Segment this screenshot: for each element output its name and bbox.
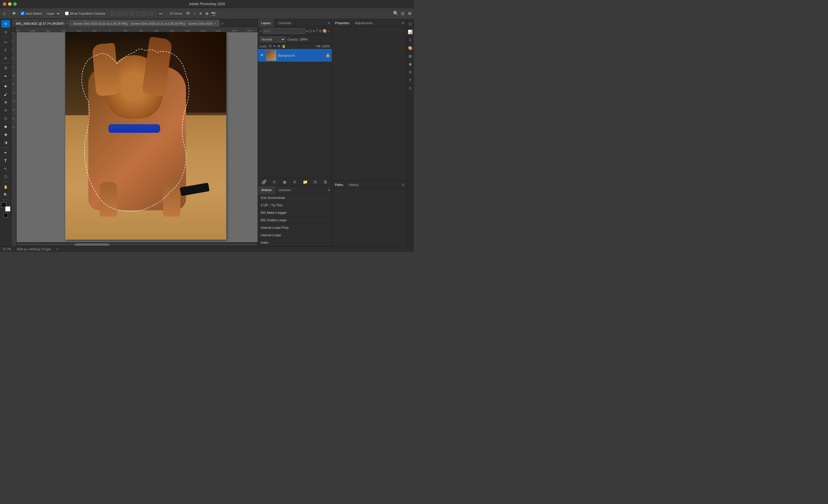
status-arrow[interactable]: > <box>57 248 58 251</box>
path-select-tool[interactable]: ↖ <box>1 165 10 172</box>
crop-tool[interactable]: ⊡ <box>1 64 10 72</box>
color-swatches[interactable] <box>1 202 10 212</box>
rect-select-tool[interactable]: ▭ <box>1 38 10 46</box>
filter-icon-2[interactable]: ✒ <box>313 29 316 34</box>
text-tool[interactable]: T <box>1 157 10 164</box>
quick-mask-icon[interactable] <box>4 213 8 217</box>
paths-menu-icon[interactable]: ≡ <box>400 181 406 188</box>
tab-img-3400[interactable]: IMG_3400.HEIC @ 37.7% (RGB/8*) ✕ <box>13 20 70 27</box>
blend-mode-select[interactable]: Normal <box>260 37 286 42</box>
filter-icon-5[interactable]: 🎨 <box>323 29 327 34</box>
arrange-icon[interactable]: ⊡ <box>400 11 405 16</box>
scroll-thumb[interactable] <box>75 243 109 246</box>
clone-tool[interactable]: ⊕ <box>1 99 10 106</box>
layer-new-button[interactable]: ⊞ <box>312 179 319 185</box>
filter-toggle-icon[interactable]: ● <box>306 29 308 34</box>
shape-tool[interactable]: ⬡ <box>1 173 10 180</box>
right-icon-patterns[interactable]: ⊞ <box>407 69 413 75</box>
search-icon[interactable]: 🔍 <box>393 11 399 16</box>
history-brush-tool[interactable]: ↺ <box>1 106 10 114</box>
right-icon-histogram[interactable]: 📊 <box>407 29 413 35</box>
3d-icon-2[interactable]: ○ <box>192 11 197 16</box>
auto-select-checkbox[interactable] <box>21 11 25 15</box>
layer-group-button[interactable]: 📁 <box>302 179 308 185</box>
action-item-2[interactable]: 001 Make it bigger <box>258 209 332 216</box>
filter-icon-1[interactable]: ⊡ <box>309 29 312 34</box>
move-tool-icon[interactable]: ✛ <box>11 11 16 16</box>
action-item-6[interactable]: Index <box>258 239 332 246</box>
eraser-tool[interactable]: ◻ <box>1 114 10 122</box>
layers-search-input[interactable] <box>263 28 305 34</box>
artboard-tool[interactable]: ⊡ <box>1 28 10 36</box>
actions-tab[interactable]: Actions <box>258 186 275 194</box>
gradient-tool[interactable]: ◼ <box>1 123 10 130</box>
canvas-image[interactable]: .selection-path { fill: none; stroke: wh… <box>65 32 226 240</box>
filter-icon-3[interactable]: T <box>316 29 319 34</box>
blur-tool[interactable]: ◉ <box>1 131 10 138</box>
right-icon-color[interactable]: 🎨 <box>407 45 413 51</box>
align-right-icon[interactable]: ⬛ <box>122 11 128 16</box>
tab-screenshot-1[interactable]: Screen Shot 2020-10-21 at 2.30.24 PM.jpg… <box>70 20 128 27</box>
align-middle-icon[interactable]: ⬛ <box>135 11 140 16</box>
align-center-h-icon[interactable]: ⬛ <box>116 11 121 16</box>
layer-select[interactable]: Layer <box>44 10 61 17</box>
tab-close-4[interactable]: ✕ <box>214 22 216 25</box>
action-item-5[interactable]: Internal Loupe <box>258 231 332 239</box>
lock-artboard-icon[interactable]: ⊕ <box>278 44 280 48</box>
action-item-3[interactable]: 002 Outline Loupe <box>258 216 332 224</box>
more-options-button[interactable]: ••• <box>157 10 164 17</box>
close-button[interactable] <box>3 2 6 6</box>
align-extra-icon[interactable]: ⬛ <box>148 11 153 16</box>
action-item-0[interactable]: 2Up Screenshots <box>258 194 332 201</box>
history-tab[interactable]: History <box>346 181 361 189</box>
layer-fx-button[interactable]: fx <box>271 179 278 185</box>
tab-close-1[interactable]: ✕ <box>66 22 69 25</box>
lock-pixels-icon[interactable]: ⊡ <box>269 44 272 48</box>
right-icon-3d[interactable]: ⊡ <box>407 85 413 91</box>
home-icon[interactable]: ⌂ <box>2 11 7 16</box>
align-left-icon[interactable]: ⬛ <box>110 11 115 16</box>
settings-icon[interactable]: ⚙ <box>407 11 412 16</box>
layer-visibility-eye[interactable]: 👁 <box>260 53 264 57</box>
canvas-viewport[interactable]: .selection-path { fill: none; stroke: wh… <box>17 32 258 246</box>
tab-screenshot-3[interactable]: Screen Shot 2020 ✕ <box>185 20 220 27</box>
right-icon-info[interactable]: ℹ <box>407 37 413 43</box>
libraries-tab[interactable]: Libraries <box>275 186 294 194</box>
transform-controls-checkbox[interactable] <box>65 11 69 15</box>
align-top-icon[interactable]: ⬛ <box>129 11 134 16</box>
right-icon-type[interactable]: T <box>407 77 413 83</box>
background-swatch[interactable] <box>5 206 10 212</box>
3d-icon-4[interactable]: ⊕ <box>204 11 210 16</box>
object-select-tool[interactable]: ⊙ <box>1 54 10 62</box>
actions-menu-icon[interactable]: ≡ <box>326 186 332 194</box>
fill-value[interactable]: 100% <box>322 45 330 48</box>
properties-tab[interactable]: Properties <box>332 19 352 27</box>
layer-mask-button[interactable]: ◼ <box>282 179 288 185</box>
healing-tool[interactable]: ✚ <box>1 83 10 90</box>
layer-link-button[interactable]: 🔗 <box>261 179 267 185</box>
3d-icon-3[interactable]: ✳ <box>198 11 203 16</box>
layer-adjustment-button[interactable]: ⊕ <box>292 179 298 185</box>
3d-icon-5[interactable]: 📷 <box>211 11 216 16</box>
layers-tab[interactable]: Layers <box>258 19 275 27</box>
opacity-value[interactable]: 100% <box>299 38 307 41</box>
right-icon-swatches[interactable]: ▦ <box>407 53 413 59</box>
right-icon-gradients[interactable]: ◼ <box>407 61 413 67</box>
layers-panel-menu-icon[interactable]: ≡ <box>326 19 332 27</box>
minimize-button[interactable] <box>8 2 11 6</box>
zoom-tool[interactable]: 🔍 <box>1 191 10 198</box>
paths-tab[interactable]: Paths <box>332 181 346 189</box>
properties-menu-icon[interactable]: ≡ <box>400 19 406 27</box>
adjustments-tab[interactable]: Adjustments <box>352 19 375 27</box>
3d-icon-1[interactable]: ⟳ <box>185 11 191 16</box>
action-item-1[interactable]: 3 UP – Try This <box>258 201 332 209</box>
lock-all-icon[interactable]: 🔒 <box>282 44 286 48</box>
tab-screenshot-2[interactable]: Screen Shot 2020-10-21 at 2.39.39 PM.jpg… <box>128 20 185 27</box>
align-bottom-icon[interactable]: ⬛ <box>141 11 147 16</box>
layer-background[interactable]: 👁 Background 🔒 <box>258 49 332 62</box>
horizontal-scrollbar[interactable] <box>17 242 258 246</box>
hand-tool[interactable]: ✋ <box>1 183 10 190</box>
filter-off-icon[interactable]: ● <box>327 29 330 34</box>
channels-tab[interactable]: Channels <box>275 19 295 27</box>
right-icon-properties[interactable]: ⊡ <box>407 21 413 27</box>
